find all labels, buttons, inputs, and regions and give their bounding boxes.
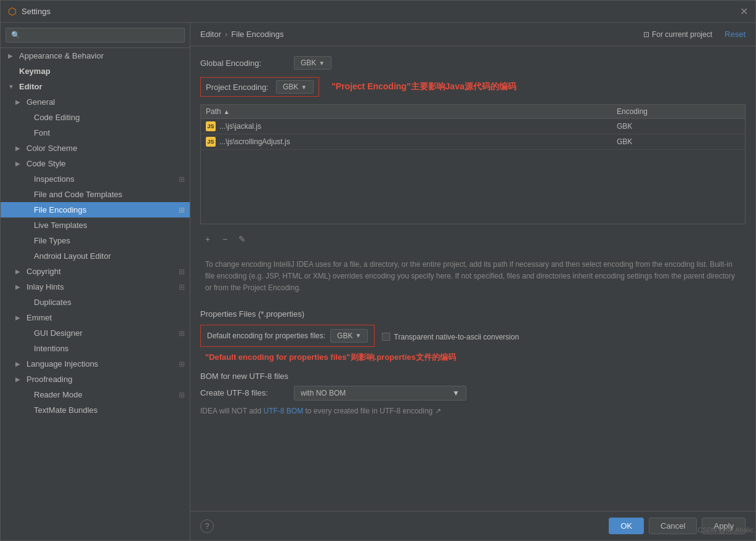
path-cell: JS ...\js\jackal.js	[206, 121, 617, 131]
sidebar-item-label: Live Templates	[34, 221, 87, 230]
sidebar-item-code-style[interactable]: ▶ Code Style	[1, 156, 190, 171]
sidebar-item-font[interactable]: Font	[1, 125, 190, 140]
title-bar: ⬡ Settings ✕	[1, 1, 755, 23]
sort-asc-icon: ▲	[224, 108, 230, 115]
bom-section-title: BOM for new UTF-8 files	[200, 372, 746, 381]
transparent-checkbox[interactable]	[382, 333, 390, 341]
ide-note-text-before: IDEA will NOT add	[200, 407, 263, 415]
reset-button[interactable]: Reset	[725, 30, 746, 39]
properties-section: Properties Files (*.properties) Default …	[200, 309, 746, 363]
create-utf8-select[interactable]: with NO BOM ▼	[294, 386, 466, 401]
close-button[interactable]: ✕	[740, 7, 748, 17]
chevron-down-icon: ▼	[301, 84, 307, 91]
project-encoding-label: Project Encoding:	[206, 83, 269, 92]
dialog-footer: ? OK Cancel Apply	[190, 511, 755, 540]
global-encoding-select[interactable]: GBK ▼	[294, 56, 331, 70]
sidebar-item-label: Code Editing	[34, 113, 79, 122]
sidebar-item-label: Inspections	[34, 174, 75, 184]
sidebar-item-textmate-bundles[interactable]: TextMate Bundles	[1, 402, 190, 418]
project-encoding-annotation: "Project Encoding"主要影响Java源代码的编码	[331, 81, 516, 92]
watermark: CSDN @Mr.Aholic	[697, 526, 754, 534]
sidebar-item-label: Color Scheme	[26, 144, 77, 153]
sidebar-item-label: File Encodings	[34, 205, 86, 214]
search-input[interactable]	[6, 28, 185, 43]
encoding-cell: GBK	[617, 137, 740, 146]
sidebar-item-emmet[interactable]: ▶ Emmet	[1, 310, 190, 325]
sidebar-item-general[interactable]: ▶ General	[1, 94, 190, 110]
sidebar-item-intentions[interactable]: Intentions	[1, 341, 190, 356]
table-header: Path ▲ Encoding	[201, 105, 745, 119]
settings-icon: ⊞	[179, 391, 185, 399]
sidebar-item-file-encodings[interactable]: File Encodings ⊞	[1, 202, 190, 218]
transparent-conversion-row: Transparent native-to-ascii conversion	[382, 333, 519, 341]
sidebar-item-android-layout-editor[interactable]: Android Layout Editor	[1, 248, 190, 264]
expand-icon: ▶	[15, 268, 24, 275]
edit-button[interactable]: ✎	[235, 232, 250, 246]
chevron-down-icon: ▼	[319, 60, 325, 67]
sidebar-item-editor[interactable]: ▼ Editor	[1, 79, 190, 94]
project-encoding-select[interactable]: GBK ▼	[276, 80, 314, 94]
main-content: ▶ Appearance & Behavior Keymap ▼ Editor …	[1, 23, 755, 540]
settings-icon: ⊞	[179, 206, 185, 214]
cancel-button[interactable]: Cancel	[649, 518, 697, 534]
sidebar-item-code-editing[interactable]: Code Editing	[1, 110, 190, 125]
sidebar-item-label: Copyright	[26, 267, 61, 276]
table-row[interactable]: JS ...\js\jackal.js GBK	[201, 119, 745, 134]
sidebar-item-file-types[interactable]: File Types	[1, 233, 190, 248]
sidebar-item-label: File and Code Templates	[34, 190, 123, 199]
ide-note: IDEA will NOT add UTF-8 BOM to every cre…	[200, 407, 746, 415]
sidebar-item-label: TextMate Bundles	[34, 405, 97, 415]
sidebar-item-inspections[interactable]: Inspections ⊞	[1, 171, 190, 187]
sidebar-item-label: Inlay Hints	[26, 282, 64, 291]
sidebar-item-label: Emmet	[26, 313, 52, 322]
global-encoding-label: Global Encoding:	[200, 59, 287, 68]
panel-body: Global Encoding: GBK ▼ Project Encoding:…	[190, 46, 755, 511]
project-encoding-row: Project Encoding: GBK ▼	[200, 77, 319, 97]
encoding-header[interactable]: Encoding	[617, 107, 740, 116]
remove-button[interactable]: −	[217, 232, 232, 246]
sidebar-item-keymap[interactable]: Keymap	[1, 63, 190, 79]
sidebar-item-label: Keymap	[19, 67, 51, 76]
breadcrumb-parent: Editor	[200, 30, 221, 39]
sidebar-item-gui-designer[interactable]: GUI Designer ⊞	[1, 325, 190, 341]
expand-icon: ▶	[15, 160, 24, 167]
sidebar-item-inlay-hints[interactable]: ▶ Inlay Hints ⊞	[1, 279, 190, 295]
chevron-down-icon: ▼	[355, 332, 361, 339]
utf8-bom-link[interactable]: UTF-8 BOM	[263, 407, 303, 415]
sidebar-item-label: Intentions	[34, 344, 68, 353]
path-value: ...\js\scrollingAdjust.js	[219, 137, 290, 146]
sidebar-item-file-code-templates[interactable]: File and Code Templates	[1, 187, 190, 202]
path-header[interactable]: Path ▲	[206, 107, 617, 116]
sidebar-item-proofreading[interactable]: ▶ Proofreading	[1, 372, 190, 387]
default-encoding-annotation: "Default encoding for properties files"则…	[205, 352, 456, 362]
default-encoding-label: Default encoding for properties files:	[207, 332, 325, 340]
sidebar-item-reader-mode[interactable]: Reader Mode ⊞	[1, 387, 190, 402]
add-button[interactable]: +	[200, 232, 215, 246]
info-text: To change encoding IntelliJ IDEA uses fo…	[200, 254, 746, 299]
sidebar-item-label: General	[26, 97, 55, 107]
sidebar-item-live-templates[interactable]: Live Templates	[1, 218, 190, 233]
bom-section: BOM for new UTF-8 files Create UTF-8 fil…	[200, 372, 746, 415]
sidebar-item-label: Code Style	[26, 159, 66, 168]
create-utf8-value: with NO BOM	[301, 389, 346, 397]
table-row[interactable]: JS ...\js\scrollingAdjust.js GBK	[201, 134, 745, 150]
sidebar-item-label: File Types	[34, 236, 70, 245]
help-button[interactable]: ?	[200, 519, 214, 533]
sidebar-item-color-scheme[interactable]: ▶ Color Scheme	[1, 140, 190, 156]
sidebar-item-appearance[interactable]: ▶ Appearance & Behavior	[1, 48, 190, 63]
js-file-icon: JS	[206, 137, 216, 147]
sidebar-item-duplicates[interactable]: Duplicates	[1, 295, 190, 310]
expand-icon: ▶	[15, 99, 24, 105]
settings-icon: ⊞	[179, 175, 185, 184]
for-project-button[interactable]: ⊡ For current project	[643, 30, 712, 39]
default-encoding-select[interactable]: GBK ▼	[330, 329, 368, 343]
sidebar-item-label: Font	[34, 128, 50, 137]
footer-left: ?	[200, 519, 214, 533]
chevron-down-icon: ▼	[452, 389, 460, 397]
sidebar-item-copyright[interactable]: ▶ Copyright ⊞	[1, 264, 190, 279]
breadcrumb: Editor › File Encodings	[200, 30, 284, 39]
sidebar-item-language-injections[interactable]: ▶ Language Injections ⊞	[1, 356, 190, 372]
expand-icon: ▶	[15, 145, 24, 152]
settings-icon: ⊞	[179, 267, 185, 276]
ok-button[interactable]: OK	[609, 518, 644, 534]
